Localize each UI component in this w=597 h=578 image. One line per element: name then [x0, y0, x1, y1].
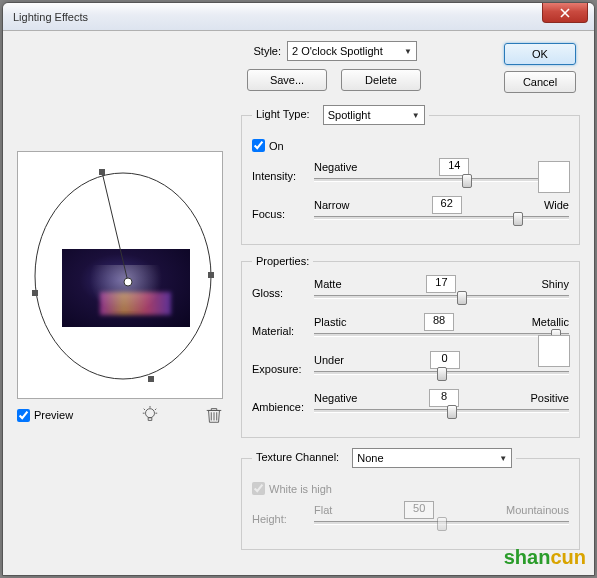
- material-value[interactable]: 88: [424, 313, 454, 331]
- chevron-down-icon: ▼: [404, 47, 412, 56]
- ambience-slider[interactable]: [314, 409, 569, 413]
- titlebar[interactable]: Lighting Effects: [3, 3, 594, 31]
- intensity-slider[interactable]: [314, 178, 569, 182]
- slider-thumb[interactable]: [462, 174, 472, 188]
- height-slider: [314, 521, 569, 525]
- window-title: Lighting Effects: [13, 11, 88, 23]
- exposure-slider[interactable]: [314, 371, 569, 375]
- material-left: Plastic: [314, 316, 346, 328]
- gloss-value[interactable]: 17: [426, 275, 456, 293]
- material-slider[interactable]: [314, 333, 569, 337]
- svg-point-6: [124, 278, 132, 286]
- focus-value[interactable]: 62: [432, 196, 462, 214]
- slider-thumb: [437, 517, 447, 531]
- light-type-select[interactable]: Spotlight ▼: [323, 105, 425, 125]
- svg-line-1: [102, 172, 128, 282]
- cancel-button[interactable]: Cancel: [504, 71, 576, 93]
- delete-button[interactable]: Delete: [341, 69, 421, 91]
- slider-thumb[interactable]: [513, 212, 523, 226]
- texture-channel-label: Texture Channel:: [256, 451, 339, 463]
- svg-point-7: [146, 409, 155, 418]
- gloss-right: Shiny: [541, 278, 569, 290]
- svg-rect-5: [148, 376, 154, 382]
- svg-point-0: [35, 173, 211, 379]
- close-button[interactable]: [542, 3, 588, 23]
- preview-label: Preview: [34, 409, 73, 421]
- preview-checkbox[interactable]: Preview: [17, 409, 73, 422]
- intensity-left: Negative: [314, 161, 357, 173]
- properties-legend: Properties:: [252, 255, 313, 267]
- lightbulb-icon[interactable]: [141, 405, 159, 425]
- height-label: Height:: [252, 513, 306, 525]
- slider-thumb[interactable]: [437, 367, 447, 381]
- white-high-checkbox: [252, 482, 265, 495]
- height-right: Mountainous: [506, 504, 569, 516]
- focus-right: Wide: [544, 199, 569, 211]
- height-left: Flat: [314, 504, 332, 516]
- style-label: Style:: [241, 45, 281, 57]
- height-value: 50: [404, 501, 434, 519]
- chevron-down-icon: ▼: [412, 111, 420, 120]
- gloss-slider[interactable]: [314, 295, 569, 299]
- texture-group: Texture Channel: None ▼ White is high He…: [241, 448, 580, 550]
- material-label: Material:: [252, 325, 306, 337]
- exposure-left: Under: [314, 354, 344, 366]
- dialog: Lighting Effects: [2, 2, 595, 576]
- ambient-color-swatch[interactable]: [538, 335, 570, 367]
- on-label: On: [269, 140, 284, 152]
- texture-channel-select[interactable]: None ▼: [352, 448, 512, 468]
- intensity-label: Intensity:: [252, 170, 306, 182]
- gloss-label: Gloss:: [252, 287, 306, 299]
- material-right: Metallic: [532, 316, 569, 328]
- trash-icon[interactable]: [205, 405, 223, 425]
- focus-label: Focus:: [252, 208, 306, 220]
- focus-slider[interactable]: [314, 216, 569, 220]
- style-value: 2 O'clock Spotlight: [292, 45, 383, 57]
- light-color-swatch[interactable]: [538, 161, 570, 193]
- ambience-label: Ambience:: [252, 401, 306, 413]
- svg-rect-3: [208, 272, 214, 278]
- on-checkbox[interactable]: [252, 139, 265, 152]
- preview-check-input[interactable]: [17, 409, 30, 422]
- ambience-right: Positive: [530, 392, 569, 404]
- properties-group: Properties: Gloss: Matte 17 Shiny Materi…: [241, 255, 580, 438]
- white-high-label: White is high: [269, 483, 332, 495]
- exposure-label: Exposure:: [252, 363, 306, 375]
- texture-channel-value: None: [357, 452, 383, 464]
- light-type-group: Light Type: Spotlight ▼ On Intensity: Ne…: [241, 105, 580, 245]
- style-select[interactable]: 2 O'clock Spotlight ▼: [287, 41, 417, 61]
- close-icon: [560, 8, 570, 18]
- chevron-down-icon: ▼: [499, 454, 507, 463]
- light-type-legend: Light Type:: [256, 108, 310, 120]
- svg-rect-2: [99, 169, 105, 175]
- slider-thumb[interactable]: [457, 291, 467, 305]
- preview-canvas[interactable]: [17, 151, 223, 399]
- slider-thumb[interactable]: [447, 405, 457, 419]
- focus-left: Narrow: [314, 199, 349, 211]
- watermark: shancun: [504, 546, 586, 569]
- save-button[interactable]: Save...: [247, 69, 327, 91]
- ambience-left: Negative: [314, 392, 357, 404]
- light-type-value: Spotlight: [328, 109, 371, 121]
- svg-rect-4: [32, 290, 38, 296]
- ok-button[interactable]: OK: [504, 43, 576, 65]
- gloss-left: Matte: [314, 278, 342, 290]
